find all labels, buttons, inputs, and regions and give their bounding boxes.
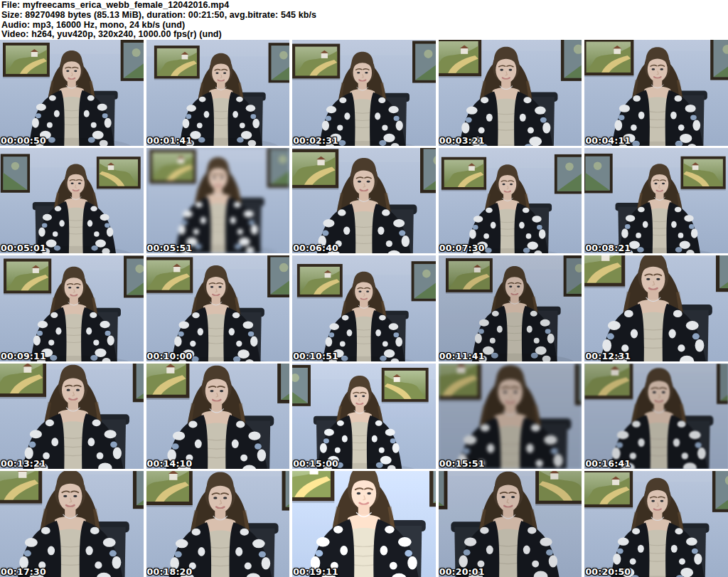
webcam-frame-image bbox=[146, 364, 290, 470]
video-thumbnail: 00:02:31 bbox=[292, 40, 436, 146]
timestamp-overlay: 00:00:50 bbox=[1, 136, 46, 146]
webcam-frame-image bbox=[439, 255, 582, 361]
timestamp-overlay: 00:17:30 bbox=[1, 567, 46, 577]
video-thumbnail: 00:15:51 bbox=[439, 364, 582, 470]
video-thumbnail: 00:03:21 bbox=[439, 40, 582, 146]
video-thumbnail: 00:05:01 bbox=[0, 148, 144, 254]
video-thumbnail: 00:07:30 bbox=[439, 148, 582, 254]
timestamp-overlay: 00:05:51 bbox=[147, 243, 193, 253]
timestamp-overlay: 00:01:41 bbox=[147, 136, 193, 146]
webcam-frame-image bbox=[439, 40, 582, 146]
timestamp-overlay: 00:14:10 bbox=[147, 459, 193, 469]
webcam-frame-image bbox=[146, 255, 290, 361]
video-thumbnail: 00:20:50 bbox=[584, 471, 728, 577]
webcam-frame-image bbox=[584, 471, 728, 577]
video-thumbnail: 00:17:30 bbox=[0, 471, 144, 577]
thumbnail-grid: 00:00:50 00:01:41 00:02:31 00:03:21 00:0… bbox=[0, 40, 728, 577]
webcam-frame-image bbox=[0, 148, 144, 254]
webcam-frame-image bbox=[584, 148, 728, 254]
timestamp-overlay: 00:16:41 bbox=[585, 459, 631, 469]
webcam-frame-image bbox=[439, 471, 582, 577]
video-thumbnail: 00:01:41 bbox=[146, 40, 290, 146]
timestamp-overlay: 00:10:51 bbox=[293, 351, 338, 361]
audio-info-line: Audio: mp3, 16000 Hz, mono, 24 kb/s (und… bbox=[1, 21, 728, 31]
timestamp-overlay: 00:12:31 bbox=[585, 351, 631, 361]
webcam-frame-image bbox=[0, 364, 144, 470]
video-thumbnail: 00:09:11 bbox=[0, 255, 144, 361]
timestamp-overlay: 00:15:00 bbox=[293, 459, 338, 469]
timestamp-overlay: 00:13:21 bbox=[1, 459, 46, 469]
video-thumbnail: 00:19:11 bbox=[292, 471, 436, 577]
webcam-frame-image bbox=[146, 148, 290, 254]
file-size-line: Size: 89270498 bytes (85.13 MiB), durati… bbox=[1, 11, 728, 21]
webcam-frame-image bbox=[292, 255, 436, 361]
webcam-frame-image bbox=[439, 148, 582, 254]
video-thumbnail: 00:13:21 bbox=[0, 364, 144, 470]
timestamp-overlay: 00:08:21 bbox=[585, 243, 631, 253]
timestamp-overlay: 00:20:50 bbox=[585, 567, 631, 577]
webcam-frame-image bbox=[439, 364, 582, 470]
webcam-frame-image bbox=[584, 364, 728, 470]
video-thumbnail: 00:12:31 bbox=[584, 255, 728, 361]
timestamp-overlay: 00:10:00 bbox=[147, 351, 193, 361]
video-thumbnail: 00:10:51 bbox=[292, 255, 436, 361]
video-info-line: Video: h264, yuv420p, 320x240, 1000.00 f… bbox=[1, 30, 728, 40]
timestamp-overlay: 00:04:11 bbox=[585, 136, 631, 146]
timestamp-overlay: 00:19:11 bbox=[293, 567, 338, 577]
webcam-frame-image bbox=[0, 40, 144, 146]
webcam-frame-image bbox=[292, 40, 436, 146]
webcam-frame-image bbox=[292, 471, 436, 577]
timestamp-overlay: 00:15:51 bbox=[439, 459, 485, 469]
file-name-line: File: myfreecams_erica_webb_female_12042… bbox=[1, 1, 728, 11]
video-thumbnail: 00:18:20 bbox=[146, 471, 290, 577]
timestamp-overlay: 00:07:30 bbox=[439, 243, 485, 253]
video-thumbnail: 00:14:10 bbox=[146, 364, 290, 470]
video-thumbnail: 00:10:00 bbox=[146, 255, 290, 361]
webcam-frame-image bbox=[584, 255, 728, 361]
timestamp-overlay: 00:02:31 bbox=[293, 136, 338, 146]
webcam-frame-image bbox=[146, 471, 290, 577]
webcam-frame-image bbox=[146, 40, 290, 146]
video-thumbnail: 00:20:01 bbox=[439, 471, 582, 577]
timestamp-overlay: 00:20:01 bbox=[439, 567, 485, 577]
video-contact-sheet: File: myfreecams_erica_webb_female_12042… bbox=[0, 0, 728, 577]
video-thumbnail: 00:06:40 bbox=[292, 148, 436, 254]
timestamp-overlay: 00:18:20 bbox=[147, 567, 193, 577]
video-thumbnail: 00:11:41 bbox=[439, 255, 582, 361]
webcam-frame-image bbox=[584, 40, 728, 146]
timestamp-overlay: 00:05:01 bbox=[1, 243, 46, 253]
video-thumbnail: 00:08:21 bbox=[584, 148, 728, 254]
video-thumbnail: 00:16:41 bbox=[584, 364, 728, 470]
file-info-header: File: myfreecams_erica_webb_female_12042… bbox=[0, 0, 728, 40]
webcam-frame-image bbox=[0, 471, 144, 577]
video-thumbnail: 00:15:00 bbox=[292, 364, 436, 470]
timestamp-overlay: 00:09:11 bbox=[1, 351, 46, 361]
video-thumbnail: 00:05:51 bbox=[146, 148, 290, 254]
video-thumbnail: 00:04:11 bbox=[584, 40, 728, 146]
timestamp-overlay: 00:03:21 bbox=[439, 136, 485, 146]
webcam-frame-image bbox=[292, 148, 436, 254]
timestamp-overlay: 00:11:41 bbox=[439, 351, 485, 361]
webcam-frame-image bbox=[0, 255, 144, 361]
webcam-frame-image bbox=[292, 364, 436, 470]
timestamp-overlay: 00:06:40 bbox=[293, 243, 338, 253]
video-thumbnail: 00:00:50 bbox=[0, 40, 144, 146]
